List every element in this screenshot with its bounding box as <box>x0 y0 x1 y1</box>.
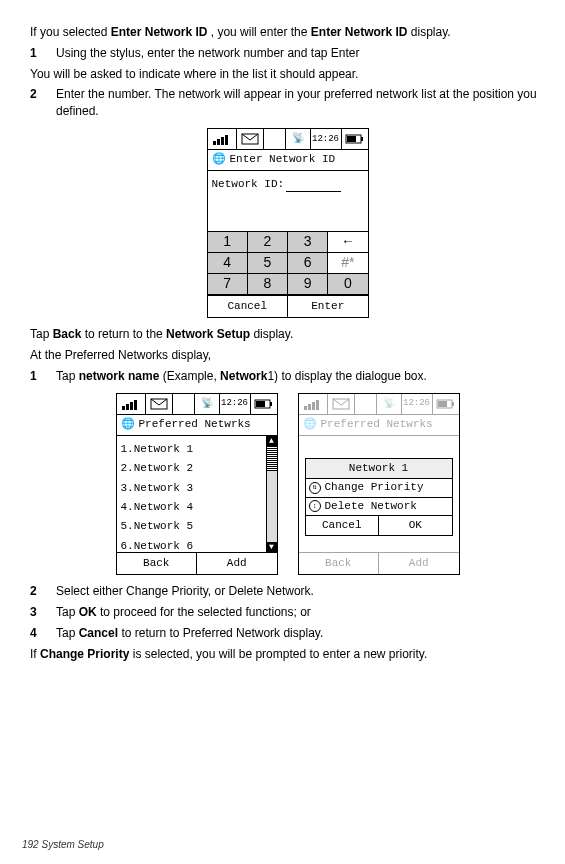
list-item[interactable]: 4.Network 4 <box>121 498 273 517</box>
status-bar: 📡 12:26 <box>299 394 459 415</box>
text: 1) to display the dialogue box. <box>267 369 426 383</box>
scrollbar[interactable]: ▲ ▼ <box>266 436 277 552</box>
text: , you will enter the <box>211 25 311 39</box>
key-9[interactable]: 9 <box>288 274 328 295</box>
network-id-input[interactable] <box>286 191 341 192</box>
key-hashstar[interactable]: #* <box>328 253 367 274</box>
scroll-up-icon[interactable]: ▲ <box>267 436 277 446</box>
key-0[interactable]: 0 <box>328 274 367 295</box>
list-item[interactable]: 2.Network 2 <box>121 459 273 478</box>
svg-rect-19 <box>316 400 319 410</box>
dialog-cancel-button[interactable]: Cancel <box>306 516 380 535</box>
svg-rect-3 <box>225 135 228 145</box>
text: to proceed for the selected functions; o… <box>97 605 311 619</box>
key-4[interactable]: 4 <box>208 253 248 274</box>
svg-rect-7 <box>347 136 356 142</box>
antenna-icon: 📡 <box>377 394 402 414</box>
svg-rect-23 <box>438 401 447 407</box>
step-2a: 2 Enter the number. The network will app… <box>30 86 545 120</box>
step-text: Tap Cancel to return to Preferred Networ… <box>56 625 545 642</box>
svg-rect-1 <box>217 139 220 145</box>
key-6[interactable]: 6 <box>288 253 328 274</box>
signal-icon <box>299 394 328 414</box>
spacer <box>355 394 377 414</box>
text: is selected, you will be prompted to ent… <box>129 647 427 661</box>
step-1c: 1 Tap network name (Example, Network1) t… <box>30 368 545 385</box>
softkey-back[interactable]: Back <box>299 553 380 574</box>
option-delete-network[interactable]: ↕ Delete Network <box>306 498 452 516</box>
svg-rect-18 <box>312 402 315 410</box>
network-list: 1.Network 1 2.Network 2 3.Network 3 4.Ne… <box>117 436 277 552</box>
battery-icon <box>433 394 459 414</box>
key-2[interactable]: 2 <box>248 232 288 253</box>
svg-rect-16 <box>304 406 307 410</box>
dialog-title: Network 1 <box>306 459 452 479</box>
step-number: 1 <box>30 368 42 385</box>
key-7[interactable]: 7 <box>208 274 248 295</box>
body-area: Network ID: <box>208 171 368 231</box>
screen-title: 🌐 Preferred Netwrks <box>299 415 459 436</box>
key-1[interactable]: 1 <box>208 232 248 253</box>
dialog-ok-button[interactable]: OK <box>379 516 452 535</box>
antenna-icon: 📡 <box>195 394 220 414</box>
step-number: 2 <box>30 583 42 600</box>
clock: 12:26 <box>311 129 342 149</box>
svg-rect-0 <box>213 141 216 145</box>
step-1a: 1 Using the stylus, enter the network nu… <box>30 45 545 62</box>
option-change-priority[interactable]: ⇅ Change Priority <box>306 479 452 497</box>
antenna-icon: 📡 <box>286 129 311 149</box>
svg-rect-22 <box>452 402 454 406</box>
key-8[interactable]: 8 <box>248 274 288 295</box>
scroll-down-icon[interactable]: ▼ <box>267 542 277 552</box>
softkey-cancel[interactable]: Cancel <box>208 296 289 317</box>
svg-rect-10 <box>130 402 133 410</box>
text: Tap <box>30 327 53 341</box>
list-item[interactable]: 5.Network 5 <box>121 517 273 536</box>
phone-preferred-dialog: 📡 12:26 🌐 Preferred Netwrks Network 1 ⇅ … <box>298 393 460 575</box>
scroll-track[interactable] <box>267 446 277 542</box>
step-text: Tap network name (Example, Network1) to … <box>56 368 545 385</box>
text: to return to Preferred Network display. <box>118 626 323 640</box>
network-dialog: Network 1 ⇅ Change Priority ↕ Delete Net… <box>305 458 453 537</box>
network-id-label: Network ID: <box>212 178 285 190</box>
svg-rect-6 <box>361 137 363 141</box>
list-item[interactable]: 6.Network 6 <box>121 537 273 556</box>
signal-icon <box>117 394 146 414</box>
svg-rect-8 <box>122 406 125 410</box>
screen-title: 🌐 Preferred Netwrks <box>117 415 277 436</box>
battery-icon <box>342 129 368 149</box>
softkey-add[interactable]: Add <box>379 553 459 574</box>
screen-title: 🌐 Enter Network ID <box>208 150 368 171</box>
text: If <box>30 647 40 661</box>
text-bold: Enter Network ID <box>111 25 208 39</box>
key-3[interactable]: 3 <box>288 232 328 253</box>
intro-line: If you selected Enter Network ID , you w… <box>30 24 545 41</box>
title-text: Enter Network ID <box>230 152 336 167</box>
text: Tap <box>56 369 79 383</box>
clock: 12:26 <box>220 394 251 414</box>
updown-icon: ↕ <box>309 500 321 512</box>
globe-icon: 🌐 <box>303 417 317 432</box>
step-2d: 2 Select either Change Priority, or Dele… <box>30 583 545 600</box>
list-item[interactable]: 3.Network 3 <box>121 479 273 498</box>
svg-rect-17 <box>308 404 311 410</box>
key-5[interactable]: 5 <box>248 253 288 274</box>
mail-icon <box>237 129 264 149</box>
text-bold: Network <box>220 369 267 383</box>
spacer <box>173 394 195 414</box>
softkey-enter[interactable]: Enter <box>288 296 368 317</box>
scroll-thumb[interactable] <box>267 446 277 471</box>
final-line: If Change Priority is selected, you will… <box>30 646 545 663</box>
key-backspace[interactable]: ← <box>328 232 367 253</box>
option-label: Change Priority <box>325 480 424 495</box>
mail-icon <box>146 394 173 414</box>
text-bold: Enter Network ID <box>311 25 408 39</box>
step-text: Using the stylus, enter the network numb… <box>56 45 545 62</box>
list-item[interactable]: 1.Network 1 <box>121 440 273 459</box>
text: Tap <box>56 605 79 619</box>
step-number: 3 <box>30 604 42 621</box>
title-text: Preferred Netwrks <box>321 417 433 432</box>
svg-rect-2 <box>221 137 224 145</box>
step-number: 1 <box>30 45 42 62</box>
svg-rect-11 <box>134 400 137 410</box>
